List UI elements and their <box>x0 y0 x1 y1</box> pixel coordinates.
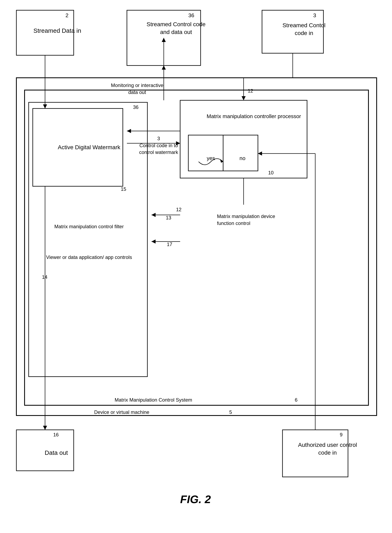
control-filter-label: Matrix manipulation control filter <box>43 223 135 230</box>
mmdc-label: Matrix manipulation device function cont… <box>217 213 287 227</box>
ref-14: 14 <box>42 274 47 280</box>
mmcp-label: Matrix manipulation controller processor <box>196 113 311 120</box>
viewer-app-label: Viewer or data application/ app controls <box>43 254 135 261</box>
authorized-user-label: Authorized user control code in <box>297 441 358 457</box>
ref-10: 10 <box>268 170 274 176</box>
device-vm-label: Device or virtual machine <box>94 409 149 415</box>
control-code-watermark-label: 3 Control code in to control watermark <box>135 135 182 156</box>
monitoring-label: Monitoring or interactive data out <box>111 82 164 96</box>
ref-12-mid: 12 <box>176 207 182 213</box>
ref-9: 9 <box>340 432 342 438</box>
ref-5: 5 <box>229 409 232 415</box>
mmcs-label: Matrix Manipulation Control System <box>115 397 192 403</box>
ref-36-mid: 36 <box>133 104 139 110</box>
ref-15: 15 <box>121 186 126 192</box>
ref-3-top: 3 <box>313 12 316 19</box>
ref-12-top: 12 <box>248 88 253 94</box>
streamed-data-in-label: Streamed Data in <box>32 27 83 35</box>
ref-2: 2 <box>65 12 68 19</box>
ref-6: 6 <box>295 397 297 403</box>
adw-label: Active Digital Watermark <box>47 143 131 151</box>
fig-label: FIG. 2 <box>180 493 211 505</box>
ref-17: 17 <box>167 241 172 247</box>
ref-13: 13 <box>166 215 171 221</box>
no-label: no <box>239 155 245 162</box>
data-out-label: Data out <box>31 449 82 456</box>
ref-36-top: 36 <box>188 12 194 19</box>
streamed-control-in-label: Streamed Contol code in <box>276 22 332 37</box>
streamed-control-out-label: Streamed Control code and data out <box>142 20 210 36</box>
ref-16: 16 <box>53 432 59 438</box>
yes-label: yes <box>207 155 215 162</box>
